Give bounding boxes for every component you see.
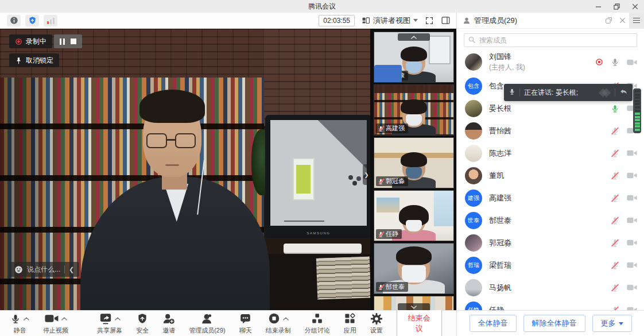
more-button[interactable]: 更多 (592, 315, 632, 332)
member-panel-footer: 全体静音 解除全体静音 更多 (456, 310, 644, 336)
meeting-control-bar: 静音 停止视频 共享屏幕 安全 邀请 管理成员(29) (0, 310, 456, 336)
chevron-up-icon[interactable] (283, 317, 289, 320)
security-shield-icon[interactable] (25, 15, 39, 26)
chevron-up-icon[interactable] (24, 317, 29, 320)
camera-icon[interactable] (627, 284, 637, 291)
network-signal-icon[interactable] (44, 15, 57, 26)
stop-recording-button[interactable]: 结束录制 (266, 312, 291, 335)
breakout-rooms-button[interactable]: 分组讨论 (305, 312, 330, 335)
camera-icon[interactable] (627, 217, 637, 224)
mic-muted-icon (378, 284, 384, 291)
reply-arrow-icon[interactable] (619, 87, 628, 98)
unpin-label: 取消锁定 (26, 56, 53, 65)
quick-chat-bar[interactable]: 说点什么... ❮ (9, 262, 79, 277)
chevron-up-icon[interactable] (115, 317, 121, 320)
end-meeting-button[interactable]: 结束会议 (397, 309, 442, 336)
manage-members-button[interactable]: 管理成员(29) (189, 312, 226, 335)
minimize-button[interactable] (589, 0, 607, 13)
member-row[interactable]: 郭冠淼 (457, 231, 644, 254)
mic-muted-icon[interactable] (611, 238, 619, 248)
chat-button[interactable]: 聊天 (239, 312, 252, 335)
avatar (465, 122, 482, 140)
unmute-all-button[interactable]: 解除全体静音 (523, 315, 585, 332)
video-thumbnail[interactable]: 铁继康 (374, 32, 454, 83)
main-speaker-video[interactable]: SAMSUNG 录制中 (0, 29, 370, 310)
fullscreen-icon[interactable] (425, 16, 434, 25)
mic-speaking-icon[interactable] (611, 104, 619, 113)
mic-muted-icon[interactable] (611, 306, 619, 311)
thumbnail-name: 高建强 (386, 124, 405, 133)
panel-menu-icon[interactable] (629, 13, 644, 29)
mute-all-button[interactable]: 全体静音 (470, 315, 517, 332)
audio-level-meter (633, 88, 641, 133)
mic-muted-icon[interactable] (611, 261, 619, 270)
camera-icon[interactable] (627, 261, 637, 269)
meeting-info-icon[interactable] (7, 15, 21, 26)
speaker-view-icon (362, 16, 370, 25)
mic-muted-icon[interactable] (611, 283, 619, 292)
mute-button[interactable]: 静音 (10, 312, 29, 335)
mic-muted-icon[interactable] (611, 216, 619, 225)
collapse-left-icon[interactable]: ❮ (69, 266, 74, 273)
avatar (465, 145, 482, 162)
member-name: 郜世泰 (489, 215, 611, 226)
expand-right-icon[interactable]: ❯ (363, 164, 370, 185)
camera-icon[interactable] (627, 149, 637, 157)
mic-muted-icon[interactable] (611, 194, 619, 203)
camera-icon[interactable] (627, 172, 637, 179)
share-screen-button[interactable]: 共享屏幕 (97, 312, 122, 335)
camera-icon[interactable] (627, 194, 637, 202)
member-row[interactable]: 任静 任静 (457, 299, 644, 310)
member-row[interactable]: 陈志洋 (457, 142, 644, 164)
collapse-strip-icon[interactable] (398, 33, 430, 41)
popout-panel-icon[interactable] (602, 13, 615, 29)
camera-icon[interactable] (627, 306, 637, 310)
camera-icon[interactable] (627, 239, 637, 246)
member-row[interactable]: 哲瑞 梁哲瑞 (457, 254, 644, 276)
close-icon[interactable] (626, 0, 644, 13)
stop-recording-button[interactable] (71, 38, 76, 44)
side-panel-toggle-icon[interactable] (441, 16, 451, 25)
member-row[interactable]: 刘国锋 (主持人, 我) (457, 49, 644, 75)
mic-muted-icon[interactable] (611, 126, 619, 136)
member-row[interactable]: 世泰 郜世泰 (457, 209, 644, 231)
pause-recording-button[interactable] (60, 38, 65, 45)
search-input[interactable] (464, 33, 637, 47)
member-row[interactable]: 曹怡茜 (457, 119, 644, 142)
video-thumbnail[interactable]: 郭冠淼 (374, 137, 454, 188)
video-thumbnail[interactable]: 高建强 (374, 84, 454, 136)
video-thumbnail[interactable] (374, 296, 454, 310)
smiley-icon[interactable] (14, 265, 23, 274)
video-thumbnail[interactable]: 郜世泰 (374, 243, 454, 294)
mic-muted-icon[interactable] (611, 149, 619, 158)
speaking-tooltip-text: 正在讲话: 晏长根; (524, 88, 596, 98)
stop-video-button[interactable]: 停止视频 (43, 312, 68, 335)
status-toolbar: 02:03:55 演讲者视图 (0, 13, 456, 29)
video-thumbnail[interactable]: 任静 (374, 190, 454, 241)
chevron-up-icon[interactable] (61, 317, 67, 320)
speaking-tooltip: 正在讲话: 晏长根; (504, 84, 633, 101)
chevron-down-icon (413, 19, 418, 22)
member-name: 高建强 (489, 193, 611, 203)
close-panel-icon[interactable] (615, 13, 629, 29)
members-icon (463, 17, 471, 25)
camera-icon[interactable] (627, 59, 637, 66)
view-selector[interactable]: 演讲者视图 (362, 16, 418, 26)
member-row[interactable]: 马扬帆 (457, 276, 644, 299)
scroll-down-icon[interactable] (398, 303, 430, 310)
thumbnail-name: 郜世泰 (386, 283, 405, 291)
unpin-button[interactable]: 取消锁定 (9, 53, 59, 67)
mic-icon[interactable] (611, 57, 619, 67)
restore-button[interactable] (607, 0, 626, 13)
invite-button[interactable]: 邀请 (162, 312, 175, 335)
avatar: 建强 (465, 190, 482, 207)
member-row[interactable]: 董凯 (457, 164, 644, 187)
apps-button[interactable]: 应用 (344, 312, 356, 335)
view-selector-label: 演讲者视图 (373, 16, 410, 26)
mic-muted-icon[interactable] (611, 171, 619, 180)
member-row[interactable]: 建强 高建强 (457, 187, 644, 209)
settings-button[interactable]: 设置 (370, 312, 383, 335)
avatar: 包含 (465, 78, 482, 95)
security-button[interactable]: 安全 (136, 312, 149, 335)
background-monitor: SAMSUNG (265, 115, 370, 238)
